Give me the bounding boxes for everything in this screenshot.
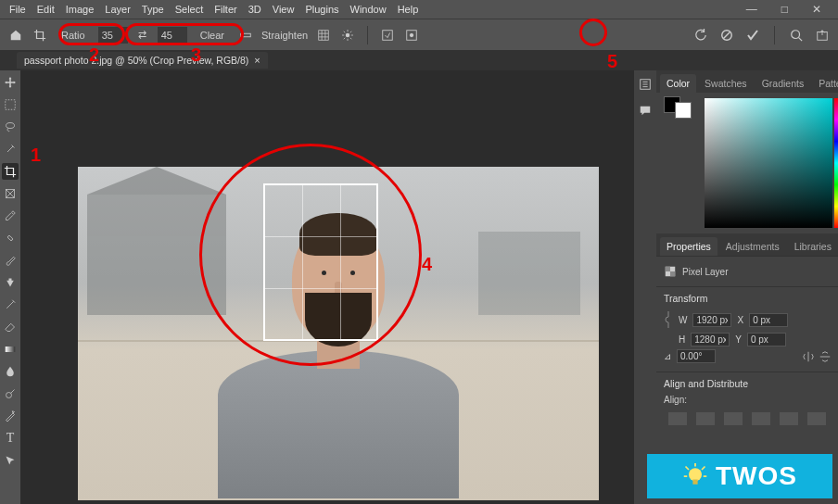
color-panel-tabs: Color Swatches Gradients Patterns [656,70,838,93]
tab-swatches[interactable]: Swatches [698,74,754,93]
comments-panel-icon[interactable] [637,102,654,119]
svg-rect-3 [383,30,393,40]
tab-libraries[interactable]: Libraries [788,237,838,256]
align-right-icon[interactable] [724,412,743,425]
menu-layer[interactable]: Layer [105,4,131,15]
dodge-tool-icon[interactable] [2,385,19,402]
win-maximize-icon[interactable]: □ [781,3,788,16]
y-input[interactable] [747,333,786,346]
x-label: X [737,315,743,325]
svg-rect-13 [6,346,16,352]
menu-3d[interactable]: 3D [248,4,261,15]
ratio-dropdown-label[interactable]: Ratio [56,30,91,41]
w-input[interactable] [692,313,731,327]
reset-crop-icon[interactable] [692,27,709,44]
grid-overlay-icon[interactable] [315,27,332,44]
delete-pixels-icon[interactable] [403,27,420,44]
menu-type[interactable]: Type [142,4,164,15]
marquee-tool-icon[interactable] [2,96,19,113]
pixel-layer-icon [664,265,677,278]
canvas-area[interactable] [20,70,634,504]
path-select-icon[interactable] [2,452,19,469]
crop-tool-icon[interactable] [32,27,48,44]
wand-tool-icon[interactable] [2,141,19,158]
h-input[interactable] [691,333,730,346]
brush-tool-icon[interactable] [2,252,19,269]
svg-rect-9 [6,100,16,110]
crop-tool-icon[interactable] [2,163,19,180]
straighten-icon[interactable] [237,27,254,44]
align-left-icon[interactable] [668,412,687,425]
crop-handle-br[interactable] [365,328,378,341]
commit-crop-icon[interactable] [744,27,761,44]
menu-view[interactable]: View [273,4,295,15]
tab-gradients[interactable]: Gradients [755,74,811,93]
menu-edit[interactable]: Edit [37,4,55,15]
history-panel-icon[interactable] [637,76,654,93]
tab-color[interactable]: Color [660,74,696,93]
svg-rect-12 [7,235,13,241]
tab-properties[interactable]: Properties [660,237,717,256]
move-tool-icon[interactable] [2,74,19,91]
crop-box[interactable] [263,183,378,341]
layer-kind-label: Pixel Layer [682,267,728,277]
menu-plugins[interactable]: Plugins [305,4,338,15]
tab-close-icon[interactable]: × [254,55,260,66]
crop-width-input[interactable] [98,27,128,44]
blur-tool-icon[interactable] [2,363,19,380]
crop-handle-tl[interactable] [263,183,276,196]
foreground-background-swatches[interactable] [664,96,692,230]
menu-filter[interactable]: Filter [214,4,236,15]
hue-slider[interactable] [834,98,838,228]
eraser-tool-icon[interactable] [2,319,19,335]
link-icon[interactable] [664,309,673,330]
cancel-crop-icon[interactable] [718,27,735,44]
home-icon[interactable] [7,27,24,44]
x-input[interactable] [749,313,788,327]
menu-image[interactable]: Image [66,4,95,15]
document-tab-bar: passport photo 2.jpg @ 50% (Crop Preview… [0,50,838,70]
lightbulb-icon [682,463,708,489]
lasso-tool-icon[interactable] [2,119,19,135]
logo-text: TWOS [716,461,797,491]
share-icon[interactable] [814,27,831,44]
background-color-swatch[interactable] [675,102,692,119]
history-brush-icon[interactable] [2,296,19,313]
tab-adjustments[interactable]: Adjustments [719,237,786,256]
document-tab[interactable]: passport photo 2.jpg @ 50% (Crop Preview… [17,52,268,69]
type-tool-icon[interactable]: T [2,430,19,447]
flip-v-icon[interactable] [819,351,831,362]
gear-icon[interactable] [339,27,356,44]
healing-tool-icon[interactable] [2,230,19,246]
menu-help[interactable]: Help [398,4,419,15]
menu-file[interactable]: File [9,4,26,15]
crop-handle-bl[interactable] [263,328,276,341]
clear-button[interactable]: Clear [195,30,230,41]
flip-h-icon[interactable] [803,351,814,362]
pen-tool-icon[interactable] [2,408,19,424]
search-icon[interactable] [788,27,805,44]
crop-handle-tr[interactable] [365,183,378,196]
angle-input[interactable] [677,349,716,363]
eyedropper-tool-icon[interactable] [2,208,19,224]
menu-window[interactable]: Window [350,4,387,15]
gradient-tool-icon[interactable] [2,341,19,358]
align-bottom-icon[interactable] [807,412,826,425]
clone-tool-icon[interactable] [2,274,19,291]
swap-dimensions-icon[interactable]: ⇄ [135,29,150,41]
content-aware-icon[interactable] [379,27,396,44]
color-picker[interactable] [705,98,832,228]
crop-height-input[interactable] [158,27,187,44]
document-canvas[interactable] [78,167,599,500]
align-top-icon[interactable] [752,412,770,425]
svg-rect-18 [670,271,675,276]
align-vcenter-icon[interactable] [780,412,798,425]
menu-select[interactable]: Select [175,4,204,15]
w-label: W [679,315,687,325]
tab-patterns[interactable]: Patterns [812,74,838,93]
win-minimize-icon[interactable]: — [746,3,757,16]
frame-tool-icon[interactable] [2,185,19,202]
win-close-icon[interactable]: ✕ [812,3,821,16]
align-hcenter-icon[interactable] [696,412,715,425]
collapsed-panel-strip [634,70,656,504]
